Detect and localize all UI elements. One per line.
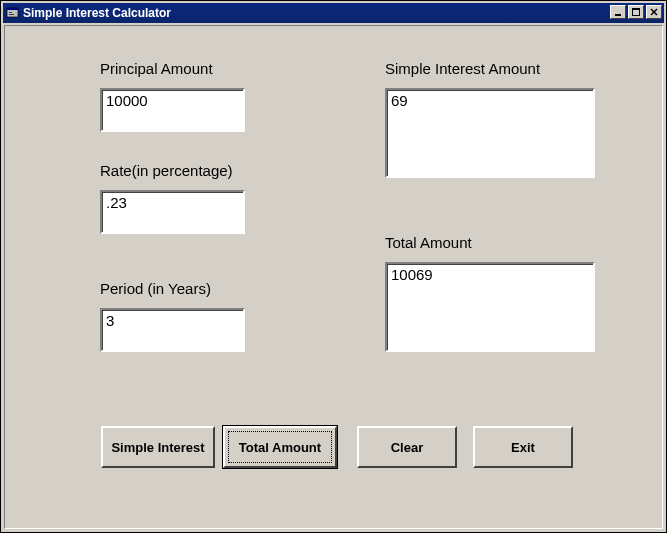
close-button[interactable] — [646, 5, 662, 19]
total-amount-output[interactable]: 10069 — [385, 262, 595, 352]
app-window: Simple Interest Calculator Principal Amo… — [0, 0, 667, 533]
svg-rect-6 — [632, 8, 640, 10]
clear-button-label: Clear — [391, 440, 424, 455]
minimize-button[interactable] — [610, 5, 626, 19]
rate-input[interactable]: .23 — [100, 190, 245, 234]
simple-interest-button[interactable]: Simple Interest — [101, 426, 215, 468]
form-icon — [6, 6, 20, 20]
simple-interest-label: Simple Interest Amount — [385, 60, 540, 77]
window-controls — [608, 5, 662, 19]
window-title: Simple Interest Calculator — [23, 6, 171, 20]
svg-rect-1 — [7, 8, 18, 10]
period-input[interactable]: 3 — [100, 308, 245, 352]
exit-button[interactable]: Exit — [473, 426, 573, 468]
maximize-button[interactable] — [628, 5, 644, 19]
exit-button-label: Exit — [511, 440, 535, 455]
svg-rect-3 — [9, 14, 14, 15]
simple-interest-button-label: Simple Interest — [111, 440, 204, 455]
svg-rect-2 — [9, 12, 12, 13]
total-amount-button-label: Total Amount — [239, 440, 321, 455]
period-label: Period (in Years) — [100, 280, 211, 297]
total-amount-label: Total Amount — [385, 234, 472, 251]
client-area: Principal Amount 10000 Rate(in percentag… — [4, 25, 663, 529]
simple-interest-output[interactable]: 69 — [385, 88, 595, 178]
total-amount-button[interactable]: Total Amount — [223, 426, 337, 468]
principal-input[interactable]: 10000 — [100, 88, 245, 132]
clear-button[interactable]: Clear — [357, 426, 457, 468]
principal-label: Principal Amount — [100, 60, 213, 77]
titlebar: Simple Interest Calculator — [3, 3, 664, 23]
rate-label: Rate(in percentage) — [100, 162, 233, 179]
svg-rect-4 — [615, 14, 621, 16]
